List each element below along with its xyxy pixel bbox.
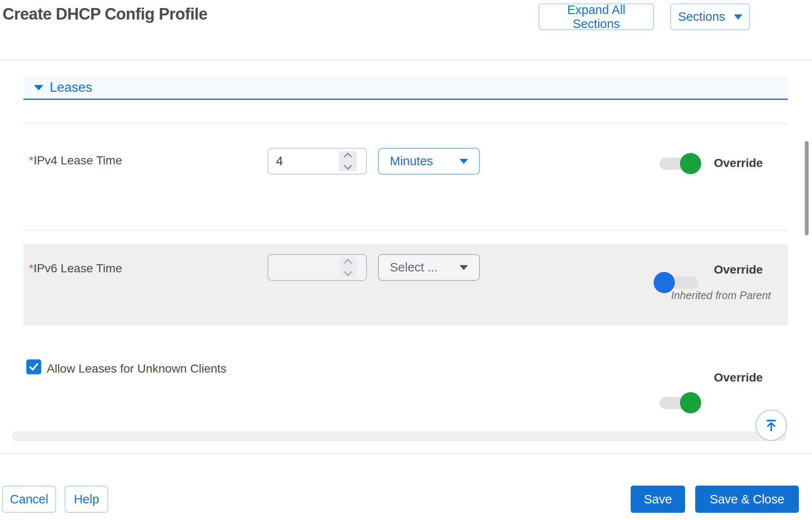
ipv4-unit-selected-value: Minutes bbox=[390, 154, 433, 168]
check-icon bbox=[28, 361, 39, 373]
help-button[interactable]: Help bbox=[65, 486, 108, 513]
ipv4-override-label: Override bbox=[714, 156, 763, 170]
chevron-down-icon[interactable] bbox=[344, 161, 352, 170]
inherited-from-parent-note: Inherited from Parent bbox=[654, 289, 771, 302]
vertical-scrollbar-thumb[interactable] bbox=[805, 141, 809, 235]
expand-all-sections-label: Expand All Sections bbox=[542, 3, 651, 31]
row-divider bbox=[23, 230, 788, 231]
scroll-to-top-button[interactable] bbox=[756, 410, 787, 441]
ipv6-override-toggle[interactable] bbox=[657, 277, 699, 289]
required-asterisk: * bbox=[29, 154, 34, 167]
help-label: Help bbox=[74, 492, 99, 506]
chevron-down-icon bbox=[460, 265, 468, 270]
chevron-up-icon bbox=[344, 259, 352, 267]
allow-unknown-clients-override-label: Override bbox=[714, 371, 763, 384]
arrow-up-to-line-icon bbox=[763, 417, 779, 433]
allow-unknown-clients-checkbox[interactable] bbox=[26, 359, 41, 374]
ipv6-lease-time-unit-dropdown: Select ... bbox=[378, 254, 480, 281]
chevron-down-icon bbox=[734, 14, 742, 20]
triangle-down-icon bbox=[34, 85, 43, 90]
save-and-close-button[interactable]: Save & Close bbox=[695, 486, 799, 513]
leases-section-title: Leases bbox=[50, 80, 92, 95]
toggle-knob bbox=[680, 153, 701, 174]
ipv6-lease-time-input-group bbox=[268, 254, 367, 281]
ipv6-lease-time-label: *IPv6 Lease Time bbox=[29, 262, 122, 275]
allow-unknown-clients-override-toggle[interactable] bbox=[660, 397, 701, 409]
ipv4-override-toggle[interactable] bbox=[660, 158, 701, 170]
cancel-button[interactable]: Cancel bbox=[2, 486, 56, 513]
ipv6-override-label: Override bbox=[714, 263, 763, 277]
sections-dropdown-button[interactable]: Sections bbox=[670, 3, 750, 30]
page-title: Create DHCP Config Profile bbox=[3, 5, 207, 23]
chevron-down-icon bbox=[344, 268, 352, 276]
ipv4-lease-time-label: *IPv4 Lease Time bbox=[29, 154, 122, 167]
chevron-up-icon[interactable] bbox=[344, 153, 352, 161]
cancel-label: Cancel bbox=[10, 492, 48, 506]
save-label: Save bbox=[644, 492, 672, 506]
ipv6-lease-time-stepper bbox=[339, 257, 357, 277]
save-and-close-label: Save & Close bbox=[710, 492, 784, 506]
ipv4-lease-time-input-group bbox=[268, 148, 367, 175]
row-divider bbox=[23, 123, 788, 124]
chevron-down-icon bbox=[460, 159, 468, 164]
ipv6-unit-placeholder: Select ... bbox=[390, 260, 438, 274]
toggle-knob bbox=[680, 392, 701, 413]
sections-label: Sections bbox=[678, 10, 725, 24]
header-divider bbox=[0, 59, 812, 60]
footer-divider bbox=[0, 453, 812, 454]
leases-section-header[interactable]: Leases bbox=[23, 76, 788, 100]
ipv4-lease-time-unit-dropdown[interactable]: Minutes bbox=[378, 148, 480, 175]
required-asterisk: * bbox=[29, 262, 34, 275]
expand-all-sections-button[interactable]: Expand All Sections bbox=[539, 3, 654, 30]
ipv4-lease-time-stepper[interactable] bbox=[339, 151, 357, 171]
allow-unknown-clients-label: Allow Leases for Unknown Clients bbox=[47, 362, 226, 376]
save-button[interactable]: Save bbox=[631, 486, 685, 513]
horizontal-scrollbar[interactable] bbox=[13, 432, 786, 441]
